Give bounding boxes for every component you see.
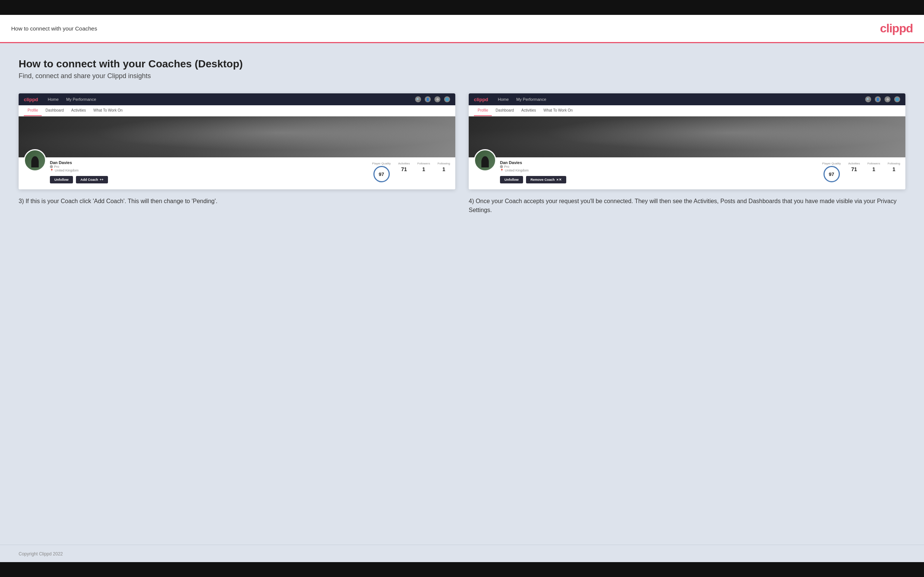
mock-stat-following-2: Following 1 (887, 162, 900, 182)
mock-cover-pattern-2 (469, 116, 905, 157)
add-coach-button-1[interactable]: Add Coach + (76, 176, 108, 184)
activities-value-1: 71 (401, 166, 407, 172)
badge-dot-2 (500, 165, 503, 168)
mock-stat-activities-2: Activities 71 (848, 162, 860, 182)
user-icon-1[interactable] (425, 96, 431, 102)
mock-tabs-2: Profile Dashboard Activities What To Wor… (469, 105, 905, 116)
followers-value-2: 1 (872, 166, 875, 172)
mock-screen-1: clippd Home My Performance Profile Dashb… (19, 93, 455, 189)
unfollow-button-1[interactable]: Unfollow (50, 176, 73, 184)
mock-nav-1: clippd Home My Performance (19, 93, 455, 105)
badge-dot-1 (50, 165, 53, 168)
page-subheading: Find, connect and share your Clippd insi… (19, 72, 905, 80)
mock-profile-section-2: Dan Davies Pro United Kingdom Unfollow R… (469, 157, 905, 189)
screenshots-row: clippd Home My Performance Profile Dashb… (19, 93, 905, 214)
screenshot-col-1: clippd Home My Performance Profile Dashb… (19, 93, 455, 214)
main-content: How to connect with your Coaches (Deskto… (0, 43, 924, 545)
tab-whattoworkon-1[interactable]: What To Work On (90, 105, 127, 116)
mock-stats-1: Player Quality 97 Activities 71 Follower… (372, 157, 450, 182)
mock-nav-home-2[interactable]: Home (498, 97, 509, 102)
mock-stats-2: Player Quality 97 Activities 71 Follower… (822, 157, 900, 182)
mock-logo-2: clippd (474, 97, 488, 102)
screenshot-col-2: clippd Home My Performance Profile Dashb… (469, 93, 905, 214)
quality-label-1: Player Quality (372, 162, 391, 165)
mock-nav-2: clippd Home My Performance (469, 93, 905, 105)
search-icon-2[interactable] (865, 96, 871, 102)
activities-label-1: Activities (398, 162, 410, 165)
tab-dashboard-2[interactable]: Dashboard (492, 105, 517, 116)
tab-dashboard-1[interactable]: Dashboard (42, 105, 67, 116)
following-value-2: 1 (892, 166, 895, 172)
badge-label-2: Pro (504, 165, 509, 169)
mock-profile-section-1: Dan Davies Pro United Kingdom Unfollow A… (19, 157, 455, 189)
description-step3: 3) If this is your Coach click 'Add Coac… (19, 197, 455, 206)
mock-cover-1 (19, 116, 455, 157)
top-bar (0, 0, 924, 15)
mock-stat-followers-2: Followers 1 (867, 162, 880, 182)
mock-cover-pattern-1 (19, 116, 455, 157)
location-label-1: United Kingdom (55, 169, 79, 172)
followers-value-1: 1 (422, 166, 425, 172)
tab-profile-1[interactable]: Profile (24, 105, 42, 116)
mock-nav-icons-1 (415, 96, 450, 102)
mock-user-info-2: Dan Davies Pro United Kingdom Unfollow R… (500, 157, 566, 184)
mock-nav-icons-2 (865, 96, 900, 102)
activities-value-2: 71 (851, 166, 857, 172)
user-icon-2[interactable] (875, 96, 881, 102)
mock-badge-2: Pro (500, 165, 566, 169)
footer: Copyright Clippd 2022 (0, 545, 924, 562)
globe-icon-1[interactable] (444, 96, 450, 102)
logo: clippd (880, 22, 913, 35)
footer-copyright: Copyright Clippd 2022 (19, 551, 63, 556)
search-icon-1[interactable] (415, 96, 421, 102)
tab-whattoworkon-2[interactable]: What To Work On (540, 105, 577, 116)
mock-user-info-1: Dan Davies Pro United Kingdom Unfollow A… (50, 157, 108, 184)
mock-tabs-1: Profile Dashboard Activities What To Wor… (19, 105, 455, 116)
mock-stat-quality-1: Player Quality 97 (372, 162, 391, 182)
followers-label-2: Followers (867, 162, 880, 165)
location-label-2: United Kingdom (505, 169, 529, 172)
mock-nav-performance-2[interactable]: My Performance (516, 97, 546, 102)
quality-circle-1: 97 (373, 166, 390, 182)
mock-avatar-1 (24, 149, 46, 171)
settings-icon-1[interactable] (435, 96, 440, 102)
mock-avatar-2 (474, 149, 496, 171)
page-heading: How to connect with your Coaches (Deskto… (19, 58, 905, 70)
mock-nav-home-1[interactable]: Home (48, 97, 58, 102)
badge-label-1: Pro (54, 165, 59, 169)
bottom-bar (0, 562, 924, 577)
tab-profile-2[interactable]: Profile (474, 105, 492, 116)
tab-activities-2[interactable]: Activities (517, 105, 540, 116)
unfollow-button-2[interactable]: Unfollow (500, 176, 523, 184)
activities-label-2: Activities (848, 162, 860, 165)
following-label-1: Following (438, 162, 450, 165)
quality-value-1: 97 (379, 171, 384, 177)
pin-icon-1 (50, 169, 53, 172)
mock-stat-followers-1: Followers 1 (417, 162, 430, 182)
mock-location-1: United Kingdom (50, 169, 108, 172)
avatar-figure-1 (31, 156, 39, 168)
description-step4: 4) Once your Coach accepts your request … (469, 197, 905, 214)
mock-buttons-2: Unfollow Remove Coach ✕ (500, 176, 566, 184)
remove-coach-button[interactable]: Remove Coach ✕ (526, 176, 566, 184)
mock-buttons-1: Unfollow Add Coach + (50, 176, 108, 184)
globe-icon-2[interactable] (894, 96, 900, 102)
followers-label-1: Followers (417, 162, 430, 165)
mock-logo-1: clippd (24, 97, 38, 102)
mock-stat-quality-2: Player Quality 97 (822, 162, 841, 182)
tab-activities-1[interactable]: Activities (67, 105, 89, 116)
quality-label-2: Player Quality (822, 162, 841, 165)
mock-location-2: United Kingdom (500, 169, 566, 172)
following-value-1: 1 (442, 166, 445, 172)
mock-stat-following-1: Following 1 (438, 162, 450, 182)
settings-icon-2[interactable] (885, 96, 890, 102)
header: How to connect with your Coaches clippd (0, 15, 924, 43)
quality-value-2: 97 (829, 171, 834, 177)
mock-stat-activities-1: Activities 71 (398, 162, 410, 182)
mock-cover-2 (469, 116, 905, 157)
mock-username-2: Dan Davies (500, 160, 566, 165)
mock-nav-performance-1[interactable]: My Performance (66, 97, 97, 102)
x-icon: ✕ (556, 178, 562, 182)
quality-circle-2: 97 (824, 166, 840, 182)
pin-icon-2 (500, 169, 504, 172)
